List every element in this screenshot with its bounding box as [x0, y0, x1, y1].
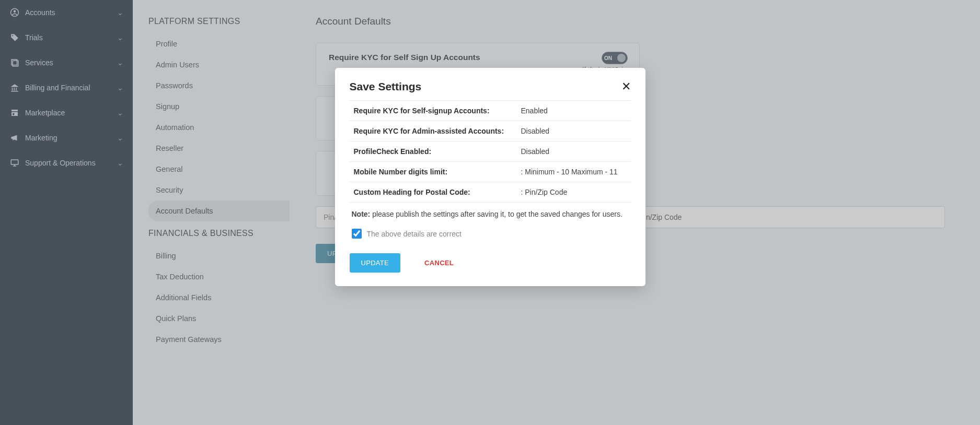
close-icon[interactable]: ✕	[621, 81, 631, 92]
row-value: Disabled	[521, 127, 627, 135]
dialog-actions: UPDATE CANCEL	[350, 253, 631, 273]
row-value: Disabled	[521, 147, 627, 156]
dialog-row: Mobile Number digits limit: : Minimum - …	[350, 162, 631, 182]
row-key: Custom Heading for Postal Code:	[354, 188, 521, 196]
dialog-title: Save Settings	[350, 80, 422, 93]
note-text: please publish the settings after saving…	[370, 210, 622, 218]
dialog-settings-table: Require KYC for Self-signup Accounts: En…	[350, 100, 631, 203]
dialog-update-button[interactable]: UPDATE	[350, 253, 401, 273]
row-key: ProfileCheck Enabled:	[354, 147, 521, 156]
dialog-row: Require KYC for Admin-assisted Accounts:…	[350, 121, 631, 141]
save-settings-dialog: Save Settings ✕ Require KYC for Self-sig…	[335, 68, 645, 286]
dialog-row: Custom Heading for Postal Code: : Pin/Zi…	[350, 182, 631, 203]
dialog-cancel-button[interactable]: CANCEL	[413, 253, 465, 273]
confirm-label: The above details are correct	[367, 230, 462, 238]
row-value: : Pin/Zip Code	[521, 188, 627, 196]
confirm-checkbox[interactable]	[352, 229, 362, 239]
dialog-row: Require KYC for Self-signup Accounts: En…	[350, 101, 631, 121]
dialog-header: Save Settings ✕	[350, 80, 631, 93]
dialog-row: ProfileCheck Enabled: Disabled	[350, 141, 631, 162]
dialog-note: Note: please publish the settings after …	[350, 210, 631, 218]
confirm-row: The above details are correct	[350, 229, 631, 239]
note-prefix: Note:	[352, 210, 371, 218]
row-key: Require KYC for Admin-assisted Accounts:	[354, 127, 521, 135]
row-value: Enabled	[521, 107, 627, 115]
row-key: Mobile Number digits limit:	[354, 168, 521, 176]
row-value: : Minimum - 10 Maximum - 11	[521, 168, 627, 176]
row-key: Require KYC for Self-signup Accounts:	[354, 107, 521, 115]
